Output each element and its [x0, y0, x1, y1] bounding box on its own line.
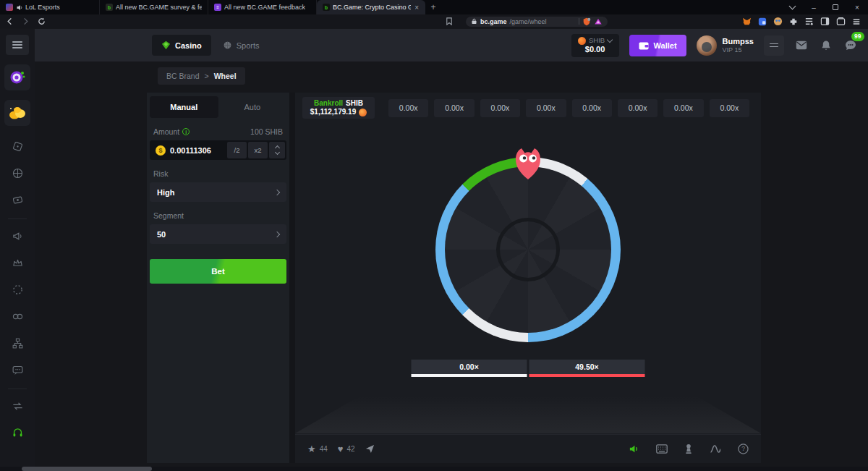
history-item[interactable]: 0.00x	[572, 99, 612, 117]
amount-label: Amount	[153, 127, 179, 136]
side-panel-icon[interactable]	[820, 17, 830, 26]
scrollbar-thumb[interactable]	[22, 467, 152, 471]
bankroll-value: $1,112,179.19	[310, 108, 356, 117]
amount-max[interactable]: 100 SHIB	[250, 127, 283, 136]
sidebar-item-rewards[interactable]	[11, 283, 24, 296]
bookmark-icon[interactable]	[444, 17, 454, 27]
sidebar-item-support[interactable]	[11, 426, 24, 439]
breadcrumb-separator: >	[205, 72, 209, 80]
bet-button[interactable]: Bet	[150, 259, 286, 284]
survey-favicon: b	[106, 4, 113, 11]
reading-list-icon[interactable]	[804, 17, 814, 26]
inbox-button[interactable]	[794, 38, 809, 53]
bell-icon	[821, 40, 831, 51]
sidebar-item-sports[interactable]	[11, 166, 24, 179]
window-close-button[interactable]: ×	[846, 0, 868, 14]
new-tab-button[interactable]: +	[425, 0, 441, 14]
user-name: Bumpss	[723, 37, 754, 46]
result-underline	[529, 374, 645, 377]
half-button[interactable]: /2	[227, 142, 247, 158]
feedback-favicon: ≡	[214, 4, 221, 11]
horizontal-scrollbar[interactable]	[0, 467, 868, 471]
browser-profile-icon[interactable]	[836, 17, 846, 26]
sidebar-item-promotions[interactable]	[11, 229, 24, 242]
help-icon[interactable]: ?	[738, 444, 749, 454]
megaphone-icon	[12, 230, 24, 242]
sound-on-icon[interactable]	[629, 444, 639, 454]
refresh-icon[interactable]	[36, 17, 46, 27]
stage-floor	[295, 396, 761, 433]
sidebar-item-chat[interactable]	[11, 363, 24, 376]
sidebar-item-swap[interactable]	[11, 399, 24, 412]
tab-audio-icon[interactable]	[16, 4, 22, 11]
browser-menu-icon[interactable]	[852, 17, 861, 26]
url-bar[interactable]: bc.game/game/wheel	[466, 17, 608, 27]
back-icon[interactable]	[4, 17, 14, 27]
history-item[interactable]: 0.00x	[434, 99, 474, 117]
share-button[interactable]	[365, 444, 375, 454]
breadcrumb-current: Wheel	[214, 72, 237, 80]
sidebar-item-racing[interactable]	[11, 193, 24, 206]
url-domain: bc.game	[480, 18, 507, 25]
browser-tab-lol[interactable]: LoL Esports	[0, 0, 100, 14]
nav-sports-button[interactable]: Sports	[223, 41, 260, 50]
sidebar-item-bonus[interactable]	[4, 100, 30, 126]
segment-select[interactable]: 50	[150, 224, 286, 244]
sidebar-item-affiliate[interactable]	[11, 336, 24, 349]
tab-search-icon[interactable]	[781, 0, 803, 14]
info-icon[interactable]: i	[182, 128, 190, 135]
live-stats-icon[interactable]	[710, 444, 721, 454]
basketball-icon	[12, 167, 24, 179]
wallet-icon	[639, 41, 649, 50]
wallet-button[interactable]: Wallet	[629, 35, 686, 56]
sidebar-item-lottery[interactable]	[11, 310, 24, 323]
likes-counter[interactable]: ♥42	[338, 444, 355, 454]
breadcrumb-parent[interactable]: BC Brand	[166, 72, 200, 80]
metamask-icon[interactable]	[742, 17, 752, 26]
hotkeys-keyboard-icon[interactable]	[656, 444, 668, 454]
balance-selector[interactable]: SHIB $0.00	[571, 34, 619, 57]
avatar-extension-icon[interactable]	[773, 17, 783, 26]
forward-icon[interactable]	[20, 17, 30, 27]
history-item[interactable]: 0.00x	[388, 99, 428, 117]
sidebar-item-casino[interactable]	[11, 140, 24, 153]
window-restore-button[interactable]	[825, 0, 846, 14]
history-item[interactable]: 0.00x	[663, 99, 703, 117]
history-item[interactable]: 0.00x	[618, 99, 658, 117]
avatar[interactable]	[697, 35, 717, 56]
notifications-button[interactable]	[819, 38, 833, 53]
tab-manual[interactable]: Manual	[150, 96, 218, 118]
risk-select[interactable]: High	[150, 182, 286, 202]
blue-extension-icon[interactable]	[758, 17, 767, 26]
amount-value[interactable]: 0.00111306	[170, 146, 211, 155]
sidebar-item-originals[interactable]	[4, 64, 30, 90]
fairness-pawn-icon[interactable]	[684, 444, 693, 454]
quick-menu-button[interactable]	[764, 35, 784, 56]
tab-close-icon[interactable]: ×	[414, 4, 420, 12]
favorites-counter[interactable]: ★44	[307, 444, 328, 454]
bankroll-label: Bankroll	[314, 99, 343, 109]
history-item[interactable]: 0.00x	[480, 99, 520, 117]
extensions-puzzle-icon[interactable]	[789, 17, 798, 26]
browser-tab-survey[interactable]: b All new BC.GAME survey & feedback r	[100, 0, 208, 14]
envelope-icon	[796, 41, 807, 50]
gold-icon	[8, 105, 27, 121]
user-meta: Bumpss VIP 15	[723, 37, 754, 54]
tab-auto[interactable]: Auto	[218, 96, 287, 118]
history-item[interactable]: 0.00x	[710, 99, 749, 117]
browser-tab-feedback[interactable]: ≡ All new BC.GAME feedback	[208, 0, 317, 14]
shield-extension-icon[interactable]	[582, 17, 591, 26]
share-plane-icon	[365, 444, 375, 454]
chat-button[interactable]: 99	[843, 38, 858, 53]
nav-casino-button[interactable]: Casino	[152, 35, 211, 56]
history-item[interactable]: 0.00x	[526, 99, 566, 117]
double-button[interactable]: x2	[248, 142, 268, 158]
amount-input[interactable]: $ 0.00111306 /2 x2	[150, 140, 286, 160]
amount-stepper[interactable]	[269, 142, 285, 158]
browser-tab-bcgame-active[interactable]: b BC.Game: Crypto Casino Games & ×	[317, 0, 425, 14]
sidebar-menu-icon[interactable]	[6, 35, 29, 55]
sidebar-item-vip[interactable]	[11, 256, 24, 269]
wallet-label: Wallet	[654, 41, 677, 50]
window-minimize-button[interactable]: –	[803, 0, 825, 14]
warning-triangle-icon[interactable]	[594, 17, 603, 26]
